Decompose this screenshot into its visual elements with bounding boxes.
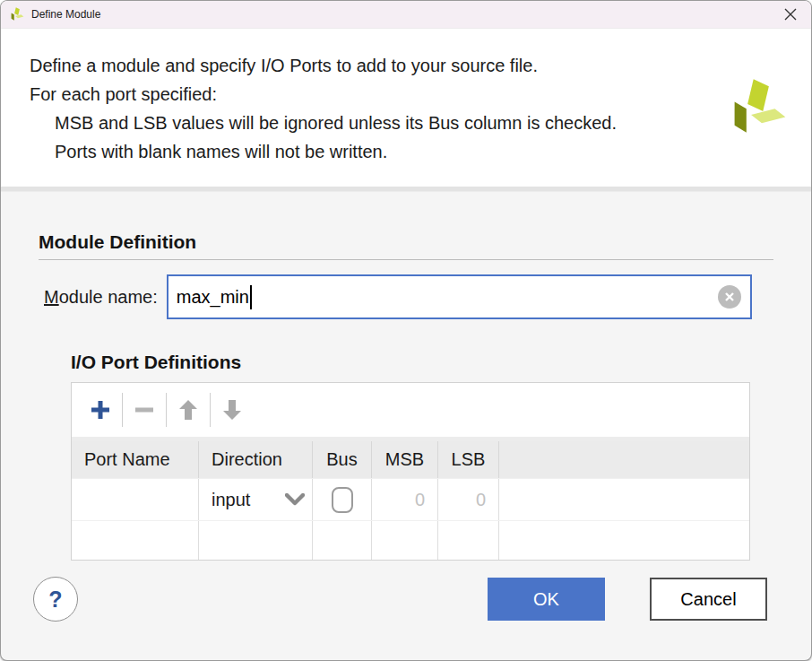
heading-rule — [39, 259, 773, 260]
direction-value: input — [212, 490, 250, 510]
msb-cell[interactable] — [372, 521, 438, 560]
minus-icon — [134, 399, 155, 421]
clear-input-button[interactable] — [718, 285, 741, 309]
row-spacer-cell — [499, 479, 749, 520]
toolbar-separator — [122, 393, 123, 427]
bus-cell — [313, 479, 372, 520]
port-table: Port Name Direction Bus MSB LSB input — [72, 441, 749, 560]
module-name-label-mnemonic: M — [44, 287, 59, 307]
direction-select[interactable]: input — [199, 479, 313, 520]
module-name-row: Module name: max_min — [44, 274, 752, 319]
col-header-direction: Direction — [199, 441, 313, 478]
lsb-cell[interactable] — [438, 521, 499, 560]
arrow-down-icon — [222, 399, 242, 421]
define-module-dialog: Define Module Define a module and specif… — [0, 0, 812, 661]
port-name-cell[interactable] — [72, 521, 199, 560]
text-caret — [250, 285, 252, 309]
col-header-lsb: LSB — [438, 441, 499, 478]
table-row-empty — [72, 520, 749, 560]
clear-icon — [724, 291, 735, 302]
toolbar-separator — [210, 393, 211, 427]
row-spacer-cell — [499, 521, 749, 560]
port-table-toolbar — [72, 383, 749, 437]
chevron-down-icon — [285, 493, 305, 506]
description-line-1: Define a module and specify I/O Ports to… — [30, 51, 713, 80]
window-title: Define Module — [31, 8, 100, 21]
remove-port-button[interactable] — [126, 390, 162, 430]
dialog-footer: ? OK Cancel — [33, 577, 767, 622]
direction-cell[interactable] — [199, 521, 313, 560]
close-button[interactable] — [770, 1, 811, 28]
ok-button[interactable]: OK — [488, 578, 605, 621]
vivado-logo — [729, 78, 788, 137]
msb-cell[interactable]: 0 — [372, 479, 438, 520]
plus-icon — [90, 399, 111, 421]
module-name-label-rest: odule name: — [59, 287, 158, 307]
dialog-description: Define a module and specify I/O Ports to… — [1, 29, 811, 187]
move-port-down-button[interactable] — [214, 390, 250, 430]
arrow-up-icon — [178, 399, 198, 421]
toolbar-separator — [166, 393, 167, 427]
col-header-bus: Bus — [313, 441, 372, 478]
close-icon — [784, 8, 797, 21]
col-header-port-name: Port Name — [72, 441, 199, 478]
col-header-msb: MSB — [372, 441, 438, 478]
table-row: input 0 0 — [72, 478, 749, 520]
io-port-definitions-heading: I/O Port Definitions — [71, 352, 811, 373]
lsb-cell[interactable]: 0 — [438, 479, 499, 520]
port-table-frame: Port Name Direction Bus MSB LSB input — [71, 382, 750, 561]
help-button[interactable]: ? — [33, 577, 78, 622]
col-header-spacer — [499, 441, 749, 478]
vivado-logo-icon — [10, 7, 24, 22]
table-header-row: Port Name Direction Bus MSB LSB — [72, 441, 749, 478]
cancel-button[interactable]: Cancel — [650, 578, 767, 621]
description-line-2: For each port specified: — [30, 80, 713, 109]
description-line-3: MSB and LSB values will be ignored unles… — [30, 109, 713, 137]
titlebar: Define Module — [1, 1, 811, 29]
add-port-button[interactable] — [82, 390, 118, 430]
move-port-up-button[interactable] — [170, 390, 206, 430]
module-name-input[interactable]: max_min — [167, 274, 752, 319]
module-definition-heading: Module Definition — [39, 231, 811, 253]
module-name-value: max_min — [177, 287, 249, 308]
module-name-label: Module name: — [44, 287, 158, 308]
port-name-cell[interactable] — [72, 479, 199, 520]
bus-cell[interactable] — [313, 521, 372, 560]
section-divider — [1, 187, 811, 192]
description-line-4: Ports with blank names will not be writt… — [30, 137, 713, 166]
bus-checkbox[interactable] — [332, 487, 353, 513]
